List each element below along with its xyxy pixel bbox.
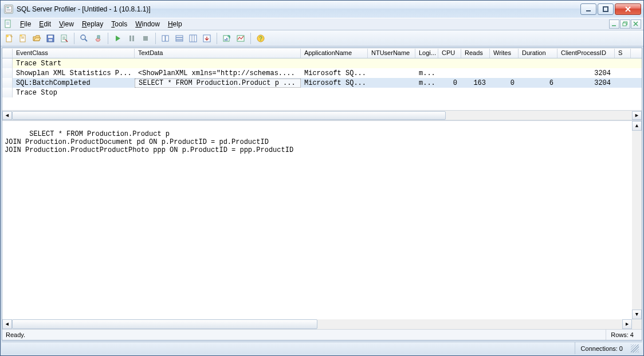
- pause-button[interactable]: [125, 32, 138, 45]
- aggregated-view-button[interactable]: [173, 32, 186, 45]
- close-button[interactable]: [615, 3, 641, 15]
- col-textdata[interactable]: TextData: [135, 49, 301, 58]
- scroll-left-icon[interactable]: ◄: [2, 319, 12, 329]
- detail-horizontal-scrollbar[interactable]: ◄ ►: [2, 319, 632, 329]
- col-reads[interactable]: Reads: [461, 49, 490, 58]
- window-title: SQL Server Profiler - [Untitled - 1 (10.…: [17, 5, 580, 13]
- menu-view[interactable]: View: [55, 19, 78, 29]
- toolbar-separator: [108, 33, 108, 44]
- svg-rect-6: [5, 20, 10, 28]
- new-trace-button[interactable]: [3, 32, 15, 45]
- resize-grip-icon[interactable]: [631, 345, 639, 353]
- scroll-down-icon[interactable]: ▼: [632, 310, 642, 319]
- grid-horizontal-scrollbar[interactable]: ◄ ►: [2, 110, 642, 120]
- svg-rect-3: [7, 10, 11, 11]
- find-button[interactable]: [78, 32, 91, 45]
- row-header[interactable]: [2, 68, 13, 78]
- mdi-minimize-button[interactable]: [609, 19, 619, 29]
- row-header[interactable]: [2, 88, 13, 97]
- auto-scroll-button[interactable]: [201, 32, 213, 45]
- cell-duration: 6: [519, 79, 557, 87]
- svg-rect-9: [6, 24, 9, 25]
- menu-tools[interactable]: Tools: [107, 19, 131, 29]
- cell-cpid: 3204: [557, 79, 615, 87]
- menu-edit[interactable]: Edit: [35, 19, 55, 29]
- tuning-advisor-button[interactable]: [221, 32, 233, 45]
- new-template-button[interactable]: [17, 32, 29, 45]
- menu-replay[interactable]: Replay: [78, 19, 107, 29]
- detail-pane[interactable]: SELECT * FROM Production.Product p JOIN …: [2, 121, 642, 329]
- col-applicationname[interactable]: ApplicationName: [301, 49, 368, 58]
- svg-rect-23: [62, 37, 65, 37]
- svg-rect-27: [97, 36, 100, 38]
- svg-rect-28: [129, 36, 131, 41]
- row-header[interactable]: [2, 58, 13, 68]
- run-button[interactable]: [112, 32, 124, 45]
- svg-point-14: [6, 35, 9, 37]
- col-writes[interactable]: Writes: [490, 49, 519, 58]
- scroll-left-icon[interactable]: ◄: [2, 111, 12, 120]
- col-loginname[interactable]: Logi...: [415, 49, 438, 58]
- svg-rect-35: [176, 40, 183, 41]
- mdi-restore-button[interactable]: [620, 19, 630, 29]
- menu-file[interactable]: File: [16, 19, 35, 29]
- col-duration[interactable]: Duration: [519, 49, 557, 58]
- cell-login: m...: [415, 79, 438, 87]
- scroll-right-icon[interactable]: ►: [632, 111, 642, 120]
- menu-tools-label: ools: [115, 20, 127, 28]
- detail-vertical-scrollbar[interactable]: ▲ ▼: [632, 121, 642, 319]
- clear-trace-button[interactable]: [92, 32, 104, 45]
- perfmon-button[interactable]: [234, 32, 247, 45]
- scroll-right-icon[interactable]: ►: [622, 319, 632, 329]
- table-row[interactable]: SQL:BatchCompletedSELECT * FROM Producti…: [2, 78, 642, 88]
- save-button[interactable]: [44, 32, 57, 45]
- table-row[interactable]: Trace Stop: [2, 88, 642, 97]
- scroll-up-icon[interactable]: ▲: [632, 121, 642, 131]
- col-clientprocessid[interactable]: ClientProcessID: [557, 49, 615, 58]
- svg-rect-31: [162, 36, 165, 41]
- scroll-track[interactable]: [632, 131, 642, 310]
- cell-app: Microsoft SQ...: [301, 79, 368, 87]
- grid-header: EventClass TextData ApplicationName NTUs…: [2, 48, 642, 58]
- svg-rect-7: [6, 22, 9, 22]
- col-cpu[interactable]: CPU: [438, 49, 461, 58]
- svg-point-18: [21, 34, 22, 36]
- svg-point-26: [81, 35, 85, 40]
- grouped-view-button[interactable]: [159, 32, 172, 45]
- menu-window[interactable]: Window: [131, 19, 164, 29]
- col-ntusername[interactable]: NTUserName: [368, 49, 415, 58]
- status-connections: Connections: 0: [575, 342, 629, 354]
- scroll-track[interactable]: [12, 319, 622, 329]
- cell-event: SQL:BatchCompleted: [13, 79, 135, 87]
- cell-event: Trace Stop: [13, 89, 135, 97]
- detail-text: SELECT * FROM Production.Product p JOIN …: [5, 130, 293, 154]
- menu-help[interactable]: Help: [164, 19, 186, 29]
- help-button[interactable]: ?: [254, 32, 267, 45]
- maximize-button[interactable]: [598, 3, 614, 15]
- minimize-button[interactable]: [580, 3, 596, 15]
- menu-window-label: indow: [142, 20, 160, 28]
- table-row[interactable]: Trace Start: [2, 58, 642, 68]
- scroll-thumb[interactable]: [12, 111, 446, 120]
- open-button[interactable]: [30, 32, 43, 45]
- col-eventclass[interactable]: EventClass: [13, 49, 135, 58]
- mdi-close-button[interactable]: [631, 19, 641, 29]
- svg-rect-20: [48, 36, 53, 38]
- table-row[interactable]: Showplan XML Statistics P...<ShowPlanXML…: [2, 68, 642, 78]
- cell-text: <ShowPlanXML xmlns="http://schemas....: [135, 69, 301, 77]
- svg-rect-2: [7, 9, 11, 10]
- cell-text: SELECT * FROM Production.Product p ...: [135, 79, 301, 88]
- scroll-thumb[interactable]: [12, 319, 317, 329]
- col-spid[interactable]: S: [615, 49, 631, 58]
- row-header[interactable]: [2, 78, 13, 88]
- properties-button[interactable]: [58, 32, 70, 45]
- grid-body[interactable]: Trace StartShowplan XML Statistics P...<…: [2, 58, 642, 110]
- columns-button[interactable]: [187, 32, 199, 45]
- cell-cpu: 0: [438, 79, 461, 87]
- toolbar-separator: [250, 33, 251, 44]
- titlebar[interactable]: SQL Server Profiler - [Untitled - 1 (10.…: [1, 1, 643, 18]
- trace-grid: EventClass TextData ApplicationName NTUs…: [2, 48, 642, 121]
- stop-button[interactable]: [139, 32, 152, 45]
- scroll-track[interactable]: [12, 111, 632, 120]
- cell-event: Trace Start: [13, 60, 135, 68]
